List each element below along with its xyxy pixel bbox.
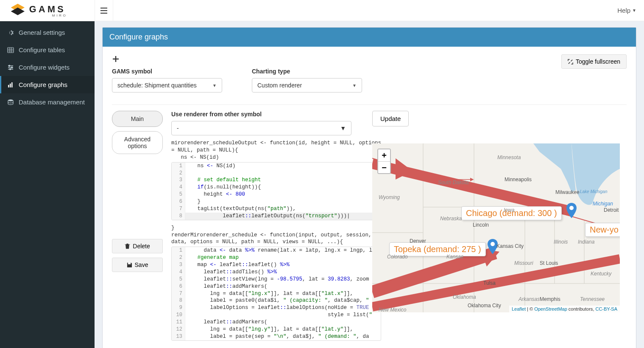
hamburger-icon xyxy=(100,8,107,14)
save-button[interactable]: Save xyxy=(112,258,163,272)
sidebar-item-label: Configure widgets xyxy=(19,64,70,71)
map-label-newyork: New-yo xyxy=(585,223,620,237)
sidebar: General settings Configure tables Config… xyxy=(0,21,95,348)
renderer-value: - xyxy=(177,125,179,132)
chart-icon xyxy=(7,81,14,88)
expand-icon xyxy=(568,59,573,65)
caret-down-icon: ▼ xyxy=(212,83,217,88)
trash-icon xyxy=(125,243,130,249)
zoom-control: + − xyxy=(377,149,391,174)
content: Configure graphs Toggle fullscreen GAMS … xyxy=(95,21,644,348)
svg-text:MIRO: MIRO xyxy=(52,14,67,17)
svg-rect-17 xyxy=(11,82,13,87)
code-editor-2[interactable]: 1 data <- data %>% rename(lat.x = latp, … xyxy=(171,247,381,340)
sidebar-item-label: General settings xyxy=(19,29,65,36)
plus-icon xyxy=(112,55,120,63)
svg-rect-4 xyxy=(8,48,14,53)
charting-type-label: Charting type xyxy=(252,68,362,75)
panel-title: Configure graphs xyxy=(103,28,636,47)
save-icon xyxy=(127,262,132,268)
charting-type-select[interactable]: Custom renderer ▼ xyxy=(252,78,362,93)
map-canvas xyxy=(372,143,620,312)
gams-symbol-label: GAMS symbol xyxy=(112,68,222,75)
svg-rect-16 xyxy=(10,84,11,87)
configure-graphs-panel: Configure graphs Toggle fullscreen GAMS … xyxy=(102,27,636,348)
sidebar-item-database-management[interactable]: Database management xyxy=(0,93,95,111)
save-label: Save xyxy=(135,261,148,268)
tab-main[interactable]: Main xyxy=(112,111,163,127)
caret-down-icon: ▼ xyxy=(340,125,346,132)
sidebar-item-label: Database management xyxy=(19,98,85,106)
sidebar-toggle[interactable] xyxy=(95,0,113,21)
svg-point-10 xyxy=(9,65,10,66)
svg-rect-15 xyxy=(8,85,9,87)
help-label: Help xyxy=(617,7,630,14)
table-icon xyxy=(7,47,14,53)
map-preview[interactable]: Chicago (demand: 300 ) Topeka (demand: 2… xyxy=(372,143,620,312)
sidebar-item-configure-graphs[interactable]: Configure graphs xyxy=(0,76,95,93)
svg-point-12 xyxy=(11,67,13,68)
caret-down-icon: ▼ xyxy=(352,83,357,88)
zoom-out-button[interactable]: − xyxy=(378,161,390,173)
sidebar-item-general-settings[interactable]: General settings xyxy=(0,24,95,41)
help-menu[interactable]: Help ▼ xyxy=(610,7,644,14)
code-preamble-2: } renderMirorenderer_schedule <- functio… xyxy=(171,225,381,246)
renderer-label: Use renderer from other symbol xyxy=(171,111,381,118)
toggle-fullscreen-label: Toggle fullscreen xyxy=(576,58,620,65)
zoom-in-button[interactable]: + xyxy=(378,149,390,161)
leaflet-link[interactable]: Leaflet xyxy=(512,306,526,312)
osm-link[interactable]: OpenStreetMap xyxy=(534,306,567,312)
database-icon xyxy=(7,99,14,106)
svg-point-37 xyxy=(569,206,574,210)
map-marker-chicago[interactable] xyxy=(566,203,577,218)
svg-text:GAMS: GAMS xyxy=(29,3,65,14)
code-preamble-1: mirorenderer_scheduleOutput <- function(… xyxy=(171,140,381,161)
delete-button[interactable]: Delete xyxy=(112,239,163,253)
topbar: GAMS MIRO Help ▼ xyxy=(0,0,644,21)
svg-point-18 xyxy=(8,99,13,101)
gams-symbol-value: schedule: Shipment quantities xyxy=(117,82,197,89)
sidebar-item-label: Configure tables xyxy=(19,46,65,53)
sliders-icon xyxy=(7,64,14,71)
svg-point-14 xyxy=(10,68,11,70)
sidebar-item-label: Configure graphs xyxy=(19,81,67,88)
delete-label: Delete xyxy=(133,243,150,250)
map-attribution: Leaflet | © OpenStreetMap contributors, … xyxy=(509,306,620,312)
gams-symbol-select[interactable]: schedule: Shipment quantities ▼ xyxy=(112,78,222,93)
renderer-select[interactable]: - ▼ xyxy=(171,121,351,135)
svg-point-38 xyxy=(491,242,495,246)
add-button[interactable] xyxy=(112,54,120,65)
caret-down-icon: ▼ xyxy=(632,8,636,13)
cc-link[interactable]: CC-BY-SA xyxy=(595,306,617,312)
toggle-fullscreen-button[interactable]: Toggle fullscreen xyxy=(561,54,627,69)
logo: GAMS MIRO xyxy=(0,0,95,21)
code-editor-1[interactable]: 1 ns <- NS(id)2 3 # set default height4 … xyxy=(171,162,381,220)
sidebar-item-configure-widgets[interactable]: Configure widgets xyxy=(0,59,95,76)
update-button[interactable]: Update xyxy=(372,111,409,126)
charting-type-value: Custom renderer xyxy=(257,82,302,89)
sidebar-item-configure-tables[interactable]: Configure tables xyxy=(0,41,95,59)
gear-icon xyxy=(7,29,14,36)
tab-advanced-options[interactable]: Advanced options xyxy=(112,131,163,154)
